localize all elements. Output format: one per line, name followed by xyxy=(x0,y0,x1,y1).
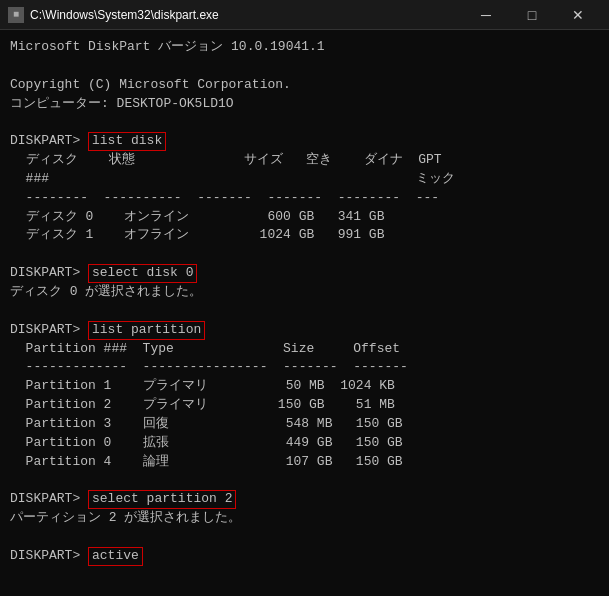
table1-sep: -------- ---------- ------- ------- ----… xyxy=(10,189,599,208)
table2-header: Partition ### Type Size Offset xyxy=(10,340,599,359)
window-title: C:\Windows\System32\diskpart.exe xyxy=(30,8,463,22)
cmd1-box: list disk xyxy=(88,132,166,151)
minimize-button[interactable]: ─ xyxy=(463,0,509,30)
cmd3-box: list partition xyxy=(88,321,205,340)
cmd4-box: select partition 2 xyxy=(88,490,236,509)
app-icon: ■ xyxy=(8,7,24,23)
blank-line-2 xyxy=(10,113,599,132)
prompt-1: DISKPART> xyxy=(10,132,88,151)
prompt-3: DISKPART> xyxy=(10,321,88,340)
partition2-selected: パーティション 2 が選択されました。 xyxy=(10,509,599,528)
maximize-button[interactable]: □ xyxy=(509,0,555,30)
partition3-row: Partition 3 回復 548 MB 150 GB xyxy=(10,415,599,434)
window-controls: ─ □ ✕ xyxy=(463,0,601,30)
prompt-cmd2: DISKPART> select disk 0 xyxy=(10,264,599,283)
table1-hash: ### ミック xyxy=(10,170,599,189)
prompt-cmd4: DISKPART> select partition 2 xyxy=(10,490,599,509)
blank-line-1 xyxy=(10,57,599,76)
disk0-selected: ディスク 0 が選択されました。 xyxy=(10,283,599,302)
prompt-cmd5: DISKPART> active xyxy=(10,547,599,566)
table2-sep: ------------- ---------------- ------- -… xyxy=(10,358,599,377)
disk1-row: ディスク 1 オフライン 1024 GB 991 GB xyxy=(10,226,599,245)
disk0-row: ディスク 0 オンライン 600 GB 341 GB xyxy=(10,208,599,227)
blank-line-5 xyxy=(10,472,599,491)
cmd5-box: active xyxy=(88,547,143,566)
prompt-cmd3: DISKPART> list partition xyxy=(10,321,599,340)
copyright-line: Copyright (C) Microsoft Corporation. xyxy=(10,76,599,95)
terminal-window: Microsoft DiskPart バージョン 10.0.19041.1 Co… xyxy=(0,30,609,596)
cmd2-box: select disk 0 xyxy=(88,264,197,283)
blank-line-3 xyxy=(10,245,599,264)
close-button[interactable]: ✕ xyxy=(555,0,601,30)
blank-line-4 xyxy=(10,302,599,321)
blank-line-6 xyxy=(10,528,599,547)
prompt-4: DISKPART> xyxy=(10,490,88,509)
prompt-5: DISKPART> xyxy=(10,547,88,566)
partition0-row: Partition 0 拡張 449 GB 150 GB xyxy=(10,434,599,453)
computer-line: コンピューター: DESKTOP-OK5LD1O xyxy=(10,95,599,114)
titlebar: ■ C:\Windows\System32\diskpart.exe ─ □ ✕ xyxy=(0,0,609,30)
partition4-row: Partition 4 論理 107 GB 150 GB xyxy=(10,453,599,472)
version-line: Microsoft DiskPart バージョン 10.0.19041.1 xyxy=(10,38,599,57)
table1-header: ディスク 状態 サイズ 空き ダイナ GPT xyxy=(10,151,599,170)
partition1-row: Partition 1 プライマリ 50 MB 1024 KB xyxy=(10,377,599,396)
prompt-cmd1: DISKPART> list disk xyxy=(10,132,599,151)
partition2-row: Partition 2 プライマリ 150 GB 51 MB xyxy=(10,396,599,415)
prompt-2: DISKPART> xyxy=(10,264,88,283)
